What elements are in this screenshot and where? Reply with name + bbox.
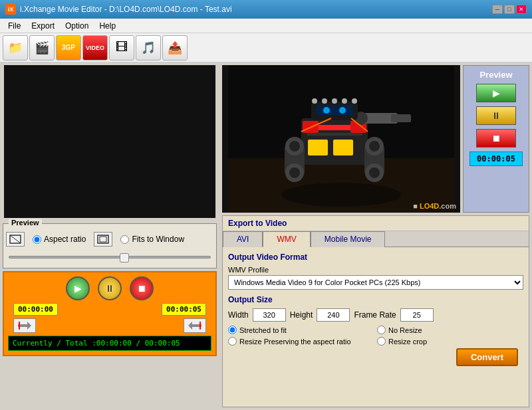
svg-rect-16 bbox=[308, 140, 328, 155]
svg-marker-5 bbox=[27, 322, 31, 330]
svg-point-41 bbox=[352, 98, 357, 104]
status-bar: Currently / Total :00:00:00 / 00:00:05 bbox=[8, 336, 211, 351]
toolbar-3gp[interactable]: 3GP bbox=[56, 35, 81, 60]
export-header: Export to Video bbox=[223, 216, 529, 231]
tab-wmv[interactable]: WMV bbox=[263, 231, 310, 247]
toolbar-video[interactable]: VIDEO bbox=[82, 35, 108, 60]
svg-rect-15 bbox=[307, 133, 362, 136]
preview-side-label: Preview bbox=[466, 70, 526, 80]
output-video-format-label: Output Video Format bbox=[228, 253, 523, 262]
svg-rect-17 bbox=[333, 140, 353, 155]
time-end: 00:00:05 bbox=[162, 303, 206, 316]
convert-button[interactable]: Convert bbox=[456, 348, 518, 366]
frame-rate-label: Frame Rate bbox=[354, 310, 396, 320]
toolbar-reel[interactable]: 🎞 bbox=[109, 35, 134, 60]
toolbar-music[interactable]: 🎵 bbox=[136, 35, 161, 60]
crop-label: Resize crop bbox=[388, 338, 427, 346]
left-panel: Preview Aspect ratio Fits to Window bbox=[0, 62, 219, 410]
svg-point-37 bbox=[312, 98, 317, 104]
aspect-icon[interactable] bbox=[6, 232, 25, 247]
svg-rect-31 bbox=[391, 114, 411, 122]
playback-controls: ▶ ⏸ ⏹ bbox=[8, 276, 211, 300]
export-section: Export to Video AVI WMV Mobile Movie Out… bbox=[222, 215, 529, 407]
menu-option[interactable]: Option bbox=[60, 20, 94, 32]
wmv-profile-label: WMV Profile bbox=[228, 266, 523, 274]
title-bar-left: iX i.Xchange Movie Editor - D:\LO4D.com\… bbox=[5, 4, 232, 15]
time-row: 00:00:00 00:00:05 bbox=[8, 303, 211, 316]
main-content: Preview Aspect ratio Fits to Window bbox=[0, 62, 532, 410]
tabs-row: AVI WMV Mobile Movie bbox=[223, 231, 529, 247]
output-size-section: Output Size Width Height Frame Rate Stre… bbox=[228, 295, 523, 346]
right-video-preview: ■ LO4D.com bbox=[222, 65, 460, 213]
toolbar-export[interactable]: 📤 bbox=[162, 35, 188, 60]
menu-help[interactable]: Help bbox=[94, 20, 121, 32]
wmv-profile-select[interactable]: Windows Media Video 9 for Color Pocket P… bbox=[228, 275, 523, 290]
window-controls: ─ □ ✕ bbox=[492, 5, 527, 14]
frame-rate-input[interactable] bbox=[400, 308, 434, 322]
stop-button[interactable]: ⏹ bbox=[130, 276, 154, 300]
width-input[interactable] bbox=[253, 308, 286, 322]
output-size-label: Output Size bbox=[228, 295, 523, 304]
zoom-slider[interactable] bbox=[6, 251, 213, 264]
pause-button[interactable]: ⏸ bbox=[98, 276, 122, 300]
preview-side-panel: Preview ▶ ⏸ ⏹ 00:00:05 bbox=[463, 65, 529, 213]
export-content: Output Video Format WMV Profile Windows … bbox=[223, 247, 529, 407]
preview-group: Preview Aspect ratio Fits to Window bbox=[3, 223, 217, 268]
fits-window-radio[interactable] bbox=[120, 235, 129, 244]
aspect-ratio-label: Aspect ratio bbox=[44, 235, 86, 244]
aspect-ratio-radio[interactable] bbox=[33, 235, 41, 244]
output-video-format: Output Video Format WMV Profile Windows … bbox=[228, 253, 523, 290]
noresize-radio[interactable] bbox=[377, 326, 386, 334]
radio-row: Aspect ratio Fits to Window bbox=[6, 229, 213, 249]
watermark: ■ LO4D.com bbox=[413, 202, 456, 210]
orange-controls: ▶ ⏸ ⏹ 00:00:00 00:00:05 Currently / Tota… bbox=[3, 271, 217, 356]
preview-time-display: 00:00:05 bbox=[469, 152, 523, 166]
size-row: Width Height Frame Rate bbox=[228, 308, 523, 322]
fits-icon[interactable] bbox=[94, 232, 112, 247]
play-button[interactable]: ▶ bbox=[66, 276, 90, 300]
height-label: Height bbox=[290, 310, 313, 320]
svg-point-39 bbox=[332, 98, 337, 104]
fits-window-label: Fits to Window bbox=[132, 235, 184, 244]
preview-pause-button[interactable]: ⏸ bbox=[476, 106, 516, 125]
tab-mobile[interactable]: Mobile Movie bbox=[311, 231, 386, 247]
svg-point-38 bbox=[322, 98, 327, 104]
minimize-button[interactable]: ─ bbox=[492, 5, 503, 14]
preview-stop-button[interactable]: ⏹ bbox=[476, 129, 516, 148]
menu-file[interactable]: File bbox=[3, 20, 26, 32]
resize-crop: Resize crop bbox=[377, 337, 523, 346]
height-input[interactable] bbox=[317, 308, 350, 322]
trim-left-button[interactable] bbox=[13, 318, 36, 333]
toolbar-film[interactable]: 🎬 bbox=[29, 35, 55, 60]
preview-play-button[interactable]: ▶ bbox=[476, 84, 516, 102]
title-bar: iX i.Xchange Movie Editor - D:\LO4D.com\… bbox=[0, 0, 532, 19]
svg-point-28 bbox=[369, 141, 380, 152]
fits-radio-item[interactable]: Fits to Window bbox=[120, 235, 184, 244]
width-label: Width bbox=[228, 310, 249, 320]
toolbar: 📁 🎬 3GP VIDEO 🎞 🎵 📤 bbox=[0, 33, 532, 62]
toolbar-open[interactable]: 📁 bbox=[3, 35, 28, 60]
maximize-button[interactable]: □ bbox=[504, 5, 515, 14]
convert-row: Convert bbox=[228, 346, 523, 369]
svg-point-36 bbox=[339, 107, 346, 114]
svg-point-23 bbox=[289, 141, 300, 152]
crop-radio[interactable] bbox=[377, 337, 386, 346]
trim-right-button[interactable] bbox=[184, 318, 206, 333]
tab-avi[interactable]: AVI bbox=[223, 231, 263, 247]
svg-point-40 bbox=[342, 98, 347, 104]
preview-top: ■ LO4D.com Preview ▶ ⏸ ⏹ 00:00:05 bbox=[222, 65, 529, 213]
app-icon: iX bbox=[5, 4, 16, 15]
aspect-radio-item[interactable]: Aspect ratio bbox=[33, 235, 86, 244]
stretch-radio[interactable] bbox=[228, 326, 237, 334]
preserve-radio[interactable] bbox=[228, 337, 237, 346]
menu-export[interactable]: Export bbox=[26, 20, 60, 32]
resize-preserve: Resize Preserving the aspect ratio bbox=[228, 337, 374, 346]
preserve-label: Resize Preserving the aspect ratio bbox=[239, 338, 351, 346]
resize-stretch: Stretched to fit bbox=[228, 326, 374, 334]
left-video-preview bbox=[4, 65, 215, 218]
status-text: Currently / Total :00:00:00 / 00:00:05 bbox=[13, 339, 180, 348]
close-button[interactable]: ✕ bbox=[516, 5, 527, 14]
slider-thumb[interactable] bbox=[120, 253, 129, 262]
svg-point-24 bbox=[289, 167, 300, 178]
trim-row bbox=[8, 318, 211, 333]
